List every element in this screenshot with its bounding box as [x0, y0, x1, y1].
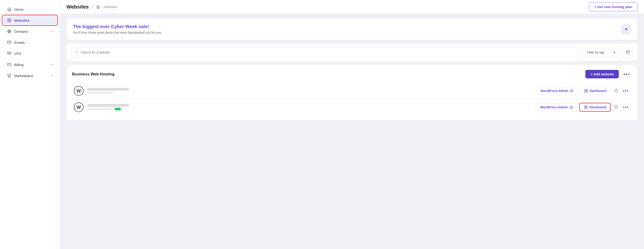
- banner-heading-prefix: The biggest ever: [73, 24, 111, 29]
- dashboard-label: Dashboard: [589, 105, 606, 109]
- svg-point-15: [10, 77, 10, 77]
- sidebar-item-label: Home: [14, 7, 24, 11]
- site-favorite-button[interactable]: [613, 104, 619, 111]
- search-row: Filter by tag ▾: [66, 43, 638, 61]
- svg-rect-27: [586, 106, 588, 107]
- globe-icon: [7, 29, 12, 34]
- star-outline-icon: [614, 88, 618, 92]
- chevron-down-icon: ▾: [625, 27, 627, 32]
- row-actions: WordPress Admin Dashboard •••: [536, 87, 630, 95]
- external-link-icon: [570, 89, 573, 92]
- hosting-header-actions: + Add website •••: [585, 70, 632, 78]
- sidebar-item-marketplace[interactable]: Marketplace ▾: [2, 70, 58, 81]
- dashboard-button-highlighted[interactable]: Dashboard: [579, 103, 611, 112]
- wordpress-admin-label: WordPress Admin: [540, 89, 568, 93]
- breadcrumb-text: – Websites: [102, 5, 118, 9]
- dashboard-icon: [584, 105, 588, 109]
- page-content: The biggest ever Cyber Week sale! You'll…: [60, 14, 644, 125]
- sidebar-item-websites[interactable]: Websites: [2, 15, 58, 25]
- svg-rect-28: [586, 107, 588, 109]
- hosting-card: Business Web Hosting + Add website ••• W: [66, 65, 638, 120]
- svg-point-4: [8, 30, 11, 33]
- svg-rect-12: [8, 63, 11, 66]
- wordpress-logo: W: [74, 102, 84, 112]
- svg-rect-2: [8, 21, 9, 22]
- sidebar-item-domains[interactable]: Domains ▾: [2, 26, 58, 36]
- table-row: W WordPress Admin Dashboard: [72, 82, 632, 99]
- chevron-down-icon: ▾: [52, 30, 53, 33]
- banner-heading: The biggest ever Cyber Week sale!: [73, 24, 162, 29]
- svg-line-25: [571, 106, 572, 107]
- svg-marker-30: [614, 105, 618, 108]
- sidebar-item-label: Marketplace: [14, 74, 33, 78]
- svg-line-19: [571, 90, 573, 91]
- svg-rect-3: [10, 21, 11, 22]
- banner-subtext: You'll love these great deals that were …: [73, 31, 162, 34]
- svg-rect-22: [586, 91, 588, 92]
- header-left: Websites | 🏠 – Websites: [66, 4, 118, 10]
- chevron-down-icon: ▾: [52, 74, 53, 77]
- site-url-row: [87, 91, 532, 94]
- sidebar-item-billing[interactable]: Billing ▾: [2, 59, 58, 70]
- search-input[interactable]: [80, 50, 576, 54]
- server-icon: [7, 51, 12, 56]
- banner-collapse-button[interactable]: ▾: [621, 24, 631, 34]
- row-more-button[interactable]: •••: [622, 104, 630, 111]
- star-icon: [626, 50, 630, 55]
- wordpress-logo: W: [74, 86, 84, 96]
- wordpress-admin-button[interactable]: WordPress Admin: [536, 103, 577, 111]
- wordpress-admin-button[interactable]: WordPress Admin: [536, 87, 578, 95]
- search-icon: [74, 50, 78, 55]
- sidebar-item-emails[interactable]: Emails: [2, 37, 58, 47]
- sidebar-item-label: VPS: [14, 52, 21, 55]
- dashboard-button[interactable]: Dashboard: [580, 87, 611, 95]
- sidebar-item-label: Websites: [14, 18, 30, 22]
- site-url-row: [87, 108, 532, 110]
- dashboard-label: Dashboard: [590, 89, 606, 93]
- site-name-blurred: [87, 88, 129, 91]
- page-header: Websites | 🏠 – Websites + Get new hostin…: [60, 0, 644, 14]
- filter-chevron-icon: ▾: [614, 50, 615, 54]
- svg-rect-21: [586, 89, 588, 91]
- svg-rect-29: [584, 107, 586, 109]
- svg-rect-23: [585, 91, 586, 92]
- add-website-button[interactable]: + Add website: [585, 70, 619, 78]
- main-content: Websites | 🏠 – Websites + Get new hostin…: [60, 0, 644, 249]
- row-more-button[interactable]: •••: [622, 87, 630, 94]
- hosting-more-button[interactable]: •••: [622, 70, 632, 78]
- site-info: [87, 104, 532, 110]
- promo-banner: The biggest ever Cyber Week sale! You'll…: [66, 18, 638, 40]
- svg-rect-20: [585, 89, 586, 91]
- chevron-down-icon: ▾: [52, 63, 53, 66]
- grid-icon: [7, 18, 12, 22]
- site-url-blurred: [87, 108, 113, 110]
- svg-rect-0: [8, 19, 9, 20]
- mail-icon: [7, 40, 12, 45]
- sidebar-item-label: Emails: [14, 40, 25, 44]
- site-info: [87, 88, 532, 94]
- store-icon: [7, 73, 12, 78]
- hosting-card-header: Business Web Hosting + Add website •••: [72, 70, 632, 78]
- status-indicator: [114, 108, 121, 110]
- sidebar-item-label: Domains: [14, 29, 28, 33]
- row-actions: WordPress Admin Dashboard •••: [536, 103, 630, 112]
- svg-rect-26: [584, 106, 586, 107]
- site-favorite-button[interactable]: [613, 87, 619, 94]
- site-name-blurred: [87, 104, 129, 107]
- get-new-hosting-plan-button[interactable]: + Get new hosting plan: [589, 2, 638, 11]
- svg-rect-1: [10, 19, 11, 20]
- page-title: Websites: [66, 4, 89, 10]
- favorites-filter-button[interactable]: [623, 47, 633, 57]
- sidebar-item-vps[interactable]: VPS: [2, 48, 58, 58]
- banner-text: The biggest ever Cyber Week sale! You'll…: [73, 24, 162, 34]
- svg-marker-24: [614, 88, 618, 92]
- filter-by-tag-button[interactable]: Filter by tag ▾: [582, 48, 620, 57]
- star-outline-icon: [614, 105, 618, 109]
- sidebar: Home Websites Domains ▾ Emails VPS Billi…: [0, 0, 60, 249]
- svg-line-17: [77, 52, 78, 53]
- dashboard-icon: [584, 89, 588, 93]
- hosting-section-title: Business Web Hosting: [72, 72, 114, 76]
- sidebar-item-label: Billing: [14, 63, 24, 67]
- sidebar-item-home[interactable]: Home: [2, 4, 58, 14]
- breadcrumb: 🏠 – Websites: [96, 5, 118, 9]
